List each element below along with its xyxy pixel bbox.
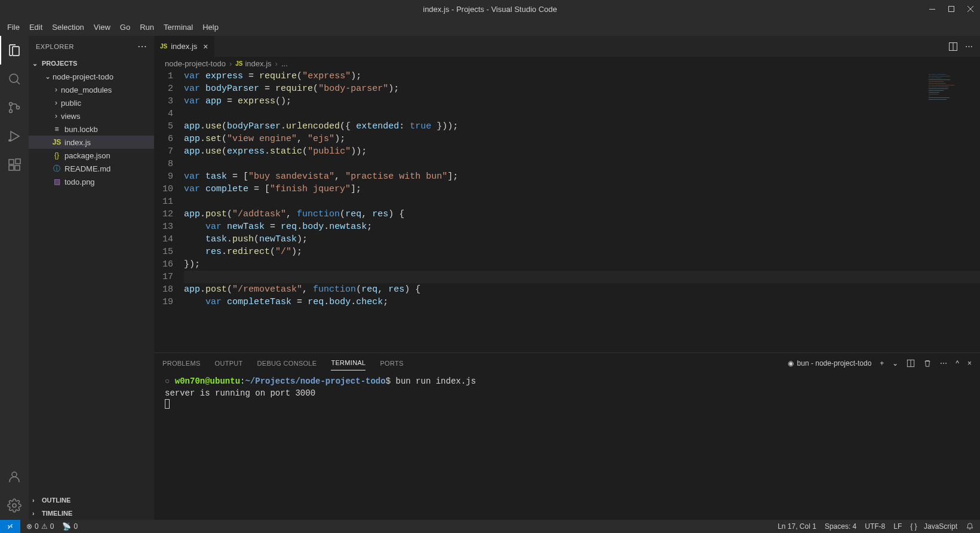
code-line-10[interactable]: var complete = ["finish jquery"]; — [184, 183, 980, 195]
eol[interactable]: LF — [893, 522, 902, 531]
maximize-button[interactable] — [942, 0, 961, 18]
code-line-15[interactable]: res.redirect("/"); — [184, 246, 980, 258]
code-line-12[interactable]: app.post("/addtask", function(req, res) … — [184, 208, 980, 220]
code-line-8[interactable] — [184, 158, 980, 170]
code-line-18[interactable]: app.post("/removetask", function(req, re… — [184, 283, 980, 296]
code-line-6[interactable]: app.set("view engine", "ejs"); — [184, 133, 980, 145]
file-index-js[interactable]: JSindex.js — [29, 136, 154, 149]
menu-go[interactable]: Go — [115, 20, 135, 34]
folder-node-project-todo[interactable]: ⌄node-project-todo — [29, 70, 154, 83]
code-line-17[interactable] — [184, 271, 980, 283]
code-content[interactable]: var express = require("express");var bod… — [184, 70, 980, 353]
code-line-1[interactable]: var express = require("express"); — [184, 70, 980, 82]
indentation[interactable]: Spaces: 4 — [825, 522, 856, 531]
close-tab-icon[interactable]: × — [203, 42, 208, 51]
cursor-position[interactable]: Ln 17, Col 1 — [778, 522, 816, 531]
explorer-icon[interactable] — [0, 36, 29, 65]
menu-terminal[interactable]: Terminal — [159, 20, 198, 34]
line-gutter: 12345678910111213141516171819 — [154, 70, 184, 353]
svg-rect-11 — [9, 160, 14, 164]
project-label: PROJECTS — [42, 60, 77, 67]
folder-node_modules[interactable]: ›node_modules — [29, 83, 154, 96]
menu-help[interactable]: Help — [198, 20, 223, 34]
titlebar: index.js - Projects - Visual Studio Code — [0, 0, 980, 18]
terminal-output: server is running on port 3000 — [165, 387, 969, 399]
breadcrumbs[interactable]: node-project-todo › JS index.js › ... — [154, 57, 980, 70]
menu-edit[interactable]: Edit — [24, 20, 47, 34]
code-line-4[interactable] — [184, 108, 980, 120]
file-bun-lockb[interactable]: ≡bun.lockb — [29, 122, 154, 136]
folder-public[interactable]: ›public — [29, 96, 154, 109]
encoding[interactable]: UTF-8 — [865, 522, 885, 531]
svg-point-15 — [12, 472, 17, 477]
maximize-panel-icon[interactable]: ^ — [956, 359, 959, 367]
js-file-icon: JS — [235, 60, 242, 67]
minimap[interactable]: ▬▬▬ ▬▬▬▬▬▬ ▬ ▬▬▬▬▬▬▬▬▬▬▬ ▬▬▬ ▬▬▬▬▬▬▬▬▬ ▬… — [929, 73, 976, 133]
chevron-right-icon: › — [229, 59, 232, 68]
panel-tab-debug-console[interactable]: DEBUG CONSOLE — [257, 356, 317, 370]
code-line-7[interactable]: app.use(express.static("public")); — [184, 145, 980, 158]
dropdown-icon[interactable]: ⌄ — [892, 359, 898, 367]
chevron-right-icon: › — [275, 59, 278, 68]
code-line-9[interactable]: var task = ["buy sandevista", "practise … — [184, 170, 980, 183]
menu-run[interactable]: Run — [135, 20, 159, 34]
notifications-icon[interactable] — [966, 522, 974, 531]
split-editor-icon[interactable] — [948, 42, 958, 51]
new-terminal-icon[interactable]: + — [880, 359, 884, 367]
tab-index-js[interactable]: JS index.js × — [154, 36, 215, 57]
menu-selection[interactable]: Selection — [47, 20, 88, 34]
code-line-2[interactable]: var bodyParser = require("body-parser"); — [184, 82, 980, 95]
code-line-19[interactable]: var completeTask = req.body.check; — [184, 296, 980, 308]
panel-tab-problems[interactable]: PROBLEMS — [162, 356, 201, 370]
more-actions-icon[interactable]: ⋯ — [965, 42, 973, 51]
terminal-content[interactable]: ○ w0n70n@ubuntu:~/Projects/node-project-… — [154, 373, 980, 520]
code-line-3[interactable]: var app = express(); — [184, 95, 980, 108]
accounts-icon[interactable] — [0, 462, 29, 491]
extensions-icon[interactable] — [0, 151, 29, 179]
code-line-5[interactable]: app.use(bodyParser.urlencoded({ extended… — [184, 120, 980, 133]
outline-section[interactable]: › OUTLINE — [29, 494, 154, 507]
close-button[interactable] — [961, 0, 980, 18]
menu-view[interactable]: View — [89, 20, 115, 34]
settings-gear-icon[interactable] — [0, 491, 29, 520]
tree-item-label: index.js — [64, 138, 91, 147]
tree-item-label: README.md — [64, 164, 110, 173]
split-terminal-icon[interactable] — [907, 359, 915, 367]
breadcrumb-item[interactable]: ... — [281, 59, 288, 68]
source-control-icon[interactable] — [0, 93, 29, 122]
breadcrumb-item[interactable]: index.js — [245, 59, 271, 68]
remote-button[interactable] — [0, 520, 20, 533]
kill-terminal-icon[interactable] — [923, 359, 932, 367]
code-line-16[interactable]: }); — [184, 258, 980, 271]
code-line-14[interactable]: task.push(newTask); — [184, 233, 980, 246]
sidebar-more-icon[interactable]: ⋯ — [137, 41, 148, 52]
sidebar-project-header[interactable]: ⌄ PROJECTS — [29, 57, 154, 70]
errors-warnings[interactable]: ⊗0 ⚠0 — [26, 522, 54, 531]
folder-views[interactable]: ›views — [29, 109, 154, 122]
panel-tab-terminal[interactable]: TERMINAL — [331, 356, 365, 370]
breadcrumb-item[interactable]: node-project-todo — [165, 59, 226, 68]
search-icon[interactable] — [0, 65, 29, 93]
chevron-right-icon: › — [32, 497, 41, 504]
code-line-11[interactable] — [184, 195, 980, 208]
panel-tab-output[interactable]: OUTPUT — [215, 356, 243, 370]
run-debug-icon[interactable] — [0, 122, 29, 151]
close-panel-icon[interactable]: × — [967, 359, 972, 367]
more-icon[interactable]: ⋯ — [940, 359, 947, 367]
terminal-selector[interactable]: ◉ bun - node-project-todo — [788, 359, 872, 367]
menu-file[interactable]: File — [2, 20, 24, 34]
file-todo-png[interactable]: ▨todo.png — [29, 175, 154, 188]
file-type-icon: ≡ — [51, 125, 62, 133]
tab-label: index.js — [171, 42, 197, 51]
terminal-cursor — [165, 399, 170, 409]
timeline-section[interactable]: › TIMELINE — [29, 507, 154, 520]
file-package-json[interactable]: {}package.json — [29, 149, 154, 162]
file-README-md[interactable]: ⓘREADME.md — [29, 162, 154, 175]
code-editor[interactable]: 12345678910111213141516171819 var expres… — [154, 70, 980, 353]
terminal-path: ~/Projects/node-project-todo — [245, 376, 385, 386]
ports-status[interactable]: 📡0 — [62, 522, 78, 531]
code-line-13[interactable]: var newTask = req.body.newtask; — [184, 220, 980, 233]
language-mode[interactable]: { } JavaScript — [910, 522, 957, 531]
minimize-button[interactable] — [923, 0, 942, 18]
panel-tab-ports[interactable]: PORTS — [380, 356, 403, 370]
